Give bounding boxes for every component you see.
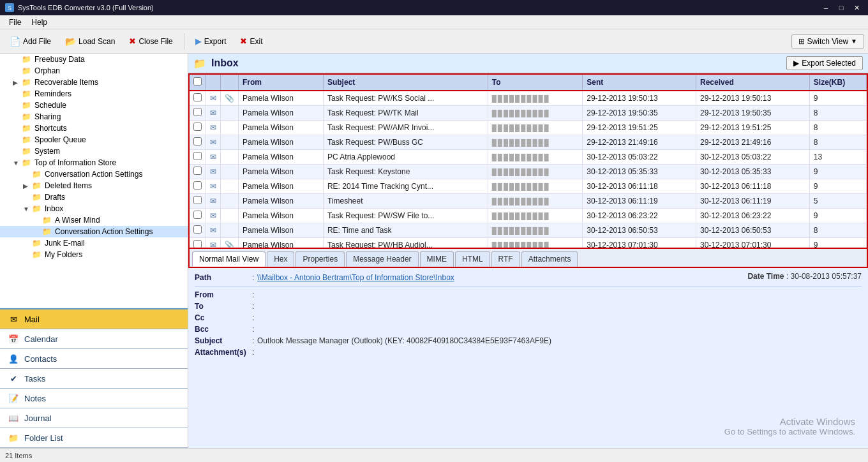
row-checkbox-cell[interactable] <box>190 121 206 135</box>
close-button[interactable]: ✕ <box>850 3 863 12</box>
export-selected-button[interactable]: ▶ Export Selected <box>786 56 863 70</box>
tab-message-header[interactable]: Message Header <box>346 251 418 267</box>
tree-item[interactable]: 📁A Wiser Mind <box>0 214 188 226</box>
email-row[interactable]: ✉ Pamela Wilson Timesheet ██████████ 30-… <box>190 194 867 209</box>
col-from[interactable]: From <box>239 75 324 91</box>
load-scan-button[interactable]: 📂 Load Scan <box>59 34 121 49</box>
close-file-button[interactable]: ✖ Close File <box>123 34 178 48</box>
row-checkbox-cell[interactable] <box>190 179 206 194</box>
email-row[interactable]: ✉ Pamela Wilson Task Request: Keystone █… <box>190 165 867 179</box>
tree-item[interactable]: 📁Drafts <box>0 191 188 203</box>
col-size[interactable]: Size(KB) <box>809 75 866 91</box>
row-checkbox-cell[interactable] <box>190 91 206 106</box>
col-received[interactable]: Received <box>696 75 810 91</box>
tree-item[interactable]: 📁Junk E-mail <box>0 237 188 249</box>
folder-icon: 📁 <box>22 112 32 121</box>
tree-item[interactable]: 📁Schedule <box>0 100 188 111</box>
email-row[interactable]: ✉ Pamela Wilson Task Request: PW/AMR Inv… <box>190 121 867 135</box>
menu-file[interactable]: File <box>4 17 26 28</box>
tree-item[interactable]: 📁Spooler Queue <box>0 134 188 145</box>
status-bar: 21 Items <box>0 448 868 462</box>
tab-attachments[interactable]: Attachments <box>521 251 578 267</box>
tree-item[interactable]: ▶📁Recoverable Items <box>0 77 188 88</box>
mail-nav-icon: ✉ <box>8 313 19 325</box>
tree-item[interactable]: 📁Shortcuts <box>0 123 188 134</box>
row-size: 9 <box>809 165 866 179</box>
sidebar-nav-folder-list[interactable]: 📁Folder List <box>0 428 188 448</box>
sidebar-nav-tasks[interactable]: ✔Tasks <box>0 369 188 389</box>
row-checkbox[interactable] <box>193 108 202 116</box>
row-checkbox[interactable] <box>193 181 202 190</box>
menu-help[interactable]: Help <box>26 17 52 28</box>
preview-attachments-row: Attachment(s) : <box>195 346 862 358</box>
export-button[interactable]: ▶ Export <box>190 34 232 48</box>
tab-html[interactable]: HTML <box>455 251 490 267</box>
col-to[interactable]: To <box>488 75 582 91</box>
tree-item[interactable]: 📁Conversation Action Settings <box>0 226 188 237</box>
tree-item[interactable]: 📁Conversation Action Settings <box>0 168 188 180</box>
tab-hex[interactable]: Hex <box>267 251 294 267</box>
tree-item[interactable]: 📁System <box>0 145 188 157</box>
tree-item[interactable]: 📁Freebusy Data <box>0 54 188 65</box>
row-checkbox[interactable] <box>193 211 202 219</box>
tree-item[interactable]: 📁My Folders <box>0 249 188 260</box>
row-checkbox-cell[interactable] <box>190 135 206 150</box>
email-row[interactable]: ✉ Pamela Wilson RE: 2014 Time Tracking C… <box>190 179 867 194</box>
sidebar-nav-calendar[interactable]: 📅Calendar <box>0 329 188 349</box>
row-checkbox[interactable] <box>193 240 202 248</box>
add-file-button[interactable]: 📄 Add File <box>4 34 57 49</box>
tree-item[interactable]: 📁Orphan <box>0 65 188 77</box>
row-checkbox[interactable] <box>193 225 202 234</box>
row-checkbox-cell[interactable] <box>190 165 206 179</box>
sidebar-nav-journal[interactable]: 📖Journal <box>0 408 188 428</box>
tree-item-label: Deleted Items <box>45 181 92 190</box>
tree-item[interactable]: 📁Sharing <box>0 111 188 123</box>
col-subject[interactable]: Subject <box>323 75 488 91</box>
folder-icon: 📁 <box>22 135 32 144</box>
sidebar-nav-mail[interactable]: ✉Mail <box>0 309 188 329</box>
row-checkbox-cell[interactable] <box>190 194 206 209</box>
col-sent[interactable]: Sent <box>583 75 696 91</box>
tree-item[interactable]: ▶📁Deleted Items <box>0 180 188 191</box>
row-checkbox[interactable] <box>193 137 202 145</box>
tree-item[interactable]: 📁Reminders <box>0 88 188 100</box>
row-checkbox-cell[interactable] <box>190 223 206 238</box>
expand-icon[interactable]: ▶ <box>23 183 32 190</box>
row-checkbox-cell[interactable] <box>190 106 206 121</box>
row-checkbox[interactable] <box>193 167 202 175</box>
select-all-checkbox[interactable] <box>193 77 202 86</box>
expand-icon[interactable]: ▼ <box>23 205 32 212</box>
maximize-button[interactable]: □ <box>835 3 848 12</box>
email-row[interactable]: ✉ 📎 Pamela Wilson Task Request: PW/KS So… <box>190 91 867 106</box>
svg-text:S: S <box>8 5 11 11</box>
email-row[interactable]: ✉ Pamela Wilson RE: Time and Task ██████… <box>190 223 867 238</box>
email-row[interactable]: ✉ 📎 Pamela Wilson Task Request: PW/HB Au… <box>190 238 867 249</box>
row-checkbox-cell[interactable] <box>190 209 206 223</box>
tab-normal-mail-view[interactable]: Normal Mail View <box>192 251 266 267</box>
row-checkbox[interactable] <box>193 93 202 101</box>
row-checkbox-cell[interactable] <box>190 150 206 165</box>
sidebar-nav-contacts[interactable]: 👤Contacts <box>0 349 188 369</box>
tree-item[interactable]: ▼📁Top of Information Store <box>0 157 188 168</box>
path-link[interactable]: \\Mailbox - Antonio Bertram\Top of Infor… <box>257 273 454 282</box>
row-checkbox[interactable] <box>193 152 202 160</box>
tab-mime[interactable]: MIME <box>420 251 454 267</box>
row-checkbox[interactable] <box>193 123 202 131</box>
switch-view-button[interactable]: ⊞ Switch View ▼ <box>791 34 864 48</box>
expand-icon[interactable]: ▶ <box>13 79 22 86</box>
minimize-button[interactable]: – <box>819 3 832 12</box>
email-row[interactable]: ✉ Pamela Wilson Task Request: PW/TK Mail… <box>190 106 867 121</box>
row-checkbox-cell[interactable] <box>190 238 206 249</box>
row-checkbox[interactable] <box>193 196 202 204</box>
sidebar-nav-notes[interactable]: 📝Notes <box>0 389 188 408</box>
email-row[interactable]: ✉ Pamela Wilson Task Request: PW/Buss GC… <box>190 135 867 150</box>
tab-properties[interactable]: Properties <box>296 251 345 267</box>
tree-item[interactable]: ▼📁Inbox <box>0 203 188 214</box>
row-size: 8 <box>809 135 866 150</box>
email-table-container[interactable]: From Subject To Sent Received Size(KB) ✉… <box>188 73 868 249</box>
email-row[interactable]: ✉ Pamela Wilson Task Request: PW/SW File… <box>190 209 867 223</box>
email-row[interactable]: ✉ Pamela Wilson PC Atria Applewood █████… <box>190 150 867 165</box>
tab-rtf[interactable]: RTF <box>491 251 520 267</box>
expand-icon[interactable]: ▼ <box>13 160 22 167</box>
exit-button[interactable]: ✖ Exit <box>234 34 268 48</box>
